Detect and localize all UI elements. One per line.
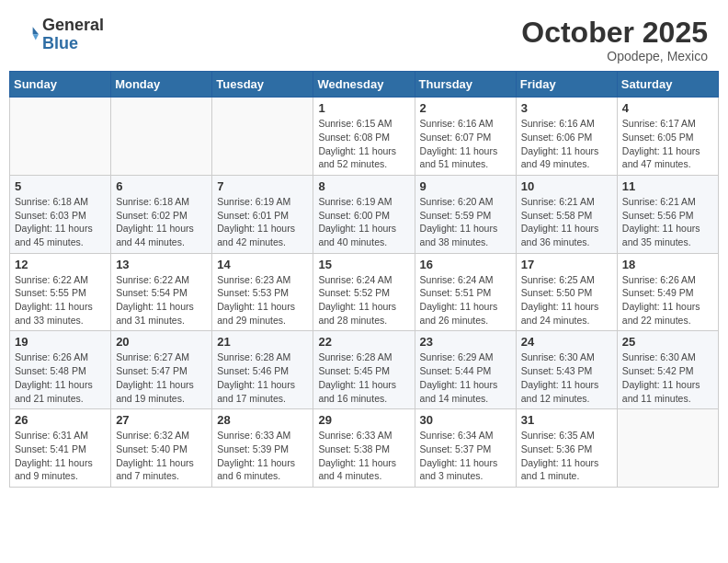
calendar-cell: 9Sunrise: 6:20 AM Sunset: 5:59 PM Daylig… — [415, 175, 516, 253]
day-info: Sunrise: 6:22 AM Sunset: 5:55 PM Dayligh… — [15, 273, 106, 327]
day-number: 11 — [622, 179, 713, 193]
day-number: 15 — [318, 258, 409, 271]
day-number: 7 — [217, 179, 308, 193]
calendar-cell: 18Sunrise: 6:26 AM Sunset: 5:49 PM Dayli… — [617, 253, 718, 331]
svg-marker-0 — [33, 27, 39, 34]
calendar-cell: 7Sunrise: 6:19 AM Sunset: 6:01 PM Daylig… — [212, 175, 313, 253]
calendar-cell: 14Sunrise: 6:23 AM Sunset: 5:53 PM Dayli… — [212, 253, 313, 331]
calendar-cell: 5Sunrise: 6:18 AM Sunset: 6:03 PM Daylig… — [10, 175, 111, 253]
day-number: 25 — [622, 335, 713, 349]
day-number: 14 — [217, 258, 308, 271]
calendar-cell — [617, 409, 718, 488]
day-info: Sunrise: 6:29 AM Sunset: 5:44 PM Dayligh… — [420, 350, 511, 405]
day-info: Sunrise: 6:30 AM Sunset: 5:42 PM Dayligh… — [622, 350, 713, 405]
calendar-cell: 27Sunrise: 6:32 AM Sunset: 5:40 PM Dayli… — [111, 409, 212, 488]
day-info: Sunrise: 6:22 AM Sunset: 5:54 PM Dayligh… — [116, 273, 207, 327]
day-number: 27 — [116, 413, 207, 427]
calendar-cell: 20Sunrise: 6:27 AM Sunset: 5:47 PM Dayli… — [111, 331, 212, 409]
calendar-cell: 24Sunrise: 6:30 AM Sunset: 5:43 PM Dayli… — [516, 331, 617, 409]
day-number: 23 — [420, 335, 511, 349]
calendar-cell: 19Sunrise: 6:26 AM Sunset: 5:48 PM Dayli… — [10, 331, 111, 409]
day-number: 20 — [116, 335, 207, 349]
week-row-1: 1Sunrise: 6:15 AM Sunset: 6:08 PM Daylig… — [10, 98, 719, 176]
week-row-2: 5Sunrise: 6:18 AM Sunset: 6:03 PM Daylig… — [10, 175, 719, 253]
location: Opodepe, Mexico — [521, 49, 708, 63]
calendar-cell: 3Sunrise: 6:16 AM Sunset: 6:06 PM Daylig… — [516, 98, 617, 176]
month-title: October 2025 — [521, 17, 708, 49]
day-number: 16 — [420, 258, 511, 271]
day-info: Sunrise: 6:26 AM Sunset: 5:49 PM Dayligh… — [622, 273, 713, 327]
day-number: 8 — [318, 179, 409, 193]
dow-header-monday: Monday — [111, 72, 212, 98]
page-header: GeneralBlue October 2025 Opodepe, Mexico — [9, 9, 719, 71]
day-number: 31 — [521, 413, 612, 427]
day-info: Sunrise: 6:35 AM Sunset: 5:36 PM Dayligh… — [521, 429, 612, 483]
day-number: 24 — [521, 335, 612, 349]
calendar-cell — [212, 98, 313, 176]
day-info: Sunrise: 6:26 AM Sunset: 5:48 PM Dayligh… — [15, 350, 106, 405]
day-number: 28 — [217, 413, 308, 427]
calendar-cell: 8Sunrise: 6:19 AM Sunset: 6:00 PM Daylig… — [313, 175, 415, 253]
calendar-cell: 1Sunrise: 6:15 AM Sunset: 6:08 PM Daylig… — [313, 98, 415, 176]
calendar-cell: 22Sunrise: 6:28 AM Sunset: 5:45 PM Dayli… — [313, 331, 415, 409]
calendar-cell: 6Sunrise: 6:18 AM Sunset: 6:02 PM Daylig… — [111, 175, 212, 253]
dow-header-tuesday: Tuesday — [212, 72, 313, 98]
day-info: Sunrise: 6:32 AM Sunset: 5:40 PM Dayligh… — [116, 429, 207, 483]
calendar-cell: 17Sunrise: 6:25 AM Sunset: 5:50 PM Dayli… — [516, 253, 617, 331]
day-of-week-row: SundayMondayTuesdayWednesdayThursdayFrid… — [10, 72, 719, 98]
day-info: Sunrise: 6:18 AM Sunset: 6:03 PM Dayligh… — [15, 195, 106, 249]
calendar-cell: 29Sunrise: 6:33 AM Sunset: 5:38 PM Dayli… — [313, 409, 415, 488]
day-info: Sunrise: 6:19 AM Sunset: 6:00 PM Dayligh… — [318, 195, 409, 249]
day-info: Sunrise: 6:16 AM Sunset: 6:07 PM Dayligh… — [420, 117, 511, 171]
title-section: October 2025 Opodepe, Mexico — [521, 17, 708, 63]
dow-header-sunday: Sunday — [10, 72, 111, 98]
day-info: Sunrise: 6:15 AM Sunset: 6:08 PM Dayligh… — [318, 117, 409, 171]
day-number: 29 — [318, 413, 409, 427]
dow-header-thursday: Thursday — [415, 72, 516, 98]
day-info: Sunrise: 6:33 AM Sunset: 5:38 PM Dayligh… — [318, 429, 409, 483]
day-number: 21 — [217, 335, 308, 349]
day-number: 5 — [15, 179, 106, 193]
day-number: 19 — [15, 335, 106, 349]
calendar-cell: 31Sunrise: 6:35 AM Sunset: 5:36 PM Dayli… — [516, 409, 617, 488]
calendar-cell: 23Sunrise: 6:29 AM Sunset: 5:44 PM Dayli… — [415, 331, 516, 409]
calendar-cell: 11Sunrise: 6:21 AM Sunset: 5:56 PM Dayli… — [617, 175, 718, 253]
day-info: Sunrise: 6:17 AM Sunset: 6:05 PM Dayligh… — [622, 117, 713, 171]
calendar-cell: 25Sunrise: 6:30 AM Sunset: 5:42 PM Dayli… — [617, 331, 718, 409]
calendar-cell: 15Sunrise: 6:24 AM Sunset: 5:52 PM Dayli… — [313, 253, 415, 331]
day-info: Sunrise: 6:18 AM Sunset: 6:02 PM Dayligh… — [116, 195, 207, 249]
week-row-4: 19Sunrise: 6:26 AM Sunset: 5:48 PM Dayli… — [10, 331, 719, 409]
day-info: Sunrise: 6:28 AM Sunset: 5:45 PM Dayligh… — [318, 350, 409, 405]
calendar-cell: 26Sunrise: 6:31 AM Sunset: 5:41 PM Dayli… — [10, 409, 111, 488]
calendar-cell — [111, 98, 212, 176]
day-number: 6 — [116, 179, 207, 193]
day-number: 1 — [318, 101, 409, 115]
calendar-cell: 28Sunrise: 6:33 AM Sunset: 5:39 PM Dayli… — [212, 409, 313, 488]
calendar-cell: 12Sunrise: 6:22 AM Sunset: 5:55 PM Dayli… — [10, 253, 111, 331]
day-info: Sunrise: 6:19 AM Sunset: 6:01 PM Dayligh… — [217, 195, 308, 249]
week-row-5: 26Sunrise: 6:31 AM Sunset: 5:41 PM Dayli… — [10, 409, 719, 488]
day-info: Sunrise: 6:31 AM Sunset: 5:41 PM Dayligh… — [15, 429, 106, 483]
day-info: Sunrise: 6:16 AM Sunset: 6:06 PM Dayligh… — [521, 117, 612, 171]
day-number: 9 — [420, 179, 511, 193]
calendar-cell: 10Sunrise: 6:21 AM Sunset: 5:58 PM Dayli… — [516, 175, 617, 253]
day-info: Sunrise: 6:24 AM Sunset: 5:52 PM Dayligh… — [318, 273, 409, 327]
day-number: 18 — [622, 258, 713, 271]
day-info: Sunrise: 6:30 AM Sunset: 5:43 PM Dayligh… — [521, 350, 612, 405]
day-info: Sunrise: 6:33 AM Sunset: 5:39 PM Dayligh… — [217, 429, 308, 483]
day-number: 30 — [420, 413, 511, 427]
week-row-3: 12Sunrise: 6:22 AM Sunset: 5:55 PM Dayli… — [10, 253, 719, 331]
day-info: Sunrise: 6:20 AM Sunset: 5:59 PM Dayligh… — [420, 195, 511, 249]
calendar-body: 1Sunrise: 6:15 AM Sunset: 6:08 PM Daylig… — [10, 98, 719, 488]
day-info: Sunrise: 6:28 AM Sunset: 5:46 PM Dayligh… — [217, 350, 308, 405]
day-info: Sunrise: 6:24 AM Sunset: 5:51 PM Dayligh… — [420, 273, 511, 327]
calendar-cell: 30Sunrise: 6:34 AM Sunset: 5:37 PM Dayli… — [415, 409, 516, 488]
day-info: Sunrise: 6:34 AM Sunset: 5:37 PM Dayligh… — [420, 429, 511, 483]
calendar-cell: 4Sunrise: 6:17 AM Sunset: 6:05 PM Daylig… — [617, 98, 718, 176]
calendar: SundayMondayTuesdayWednesdayThursdayFrid… — [9, 71, 719, 488]
dow-header-wednesday: Wednesday — [313, 72, 415, 98]
svg-marker-1 — [33, 34, 39, 40]
calendar-cell — [10, 98, 111, 176]
day-info: Sunrise: 6:21 AM Sunset: 5:58 PM Dayligh… — [521, 195, 612, 249]
logo: GeneralBlue — [17, 17, 104, 53]
